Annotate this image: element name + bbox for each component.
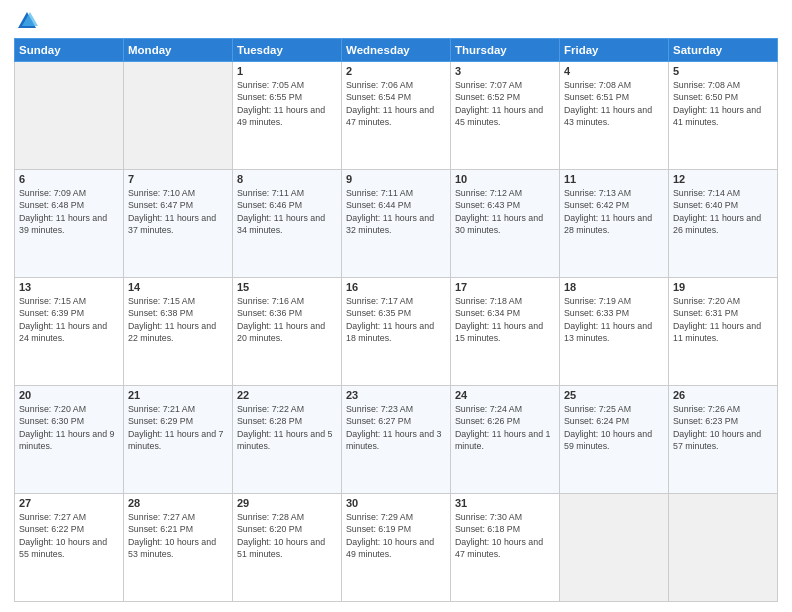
calendar-week-row: 13Sunrise: 7:15 AM Sunset: 6:39 PM Dayli… bbox=[15, 278, 778, 386]
calendar-cell: 6Sunrise: 7:09 AM Sunset: 6:48 PM Daylig… bbox=[15, 170, 124, 278]
day-info: Sunrise: 7:26 AM Sunset: 6:23 PM Dayligh… bbox=[673, 403, 773, 452]
calendar-week-row: 6Sunrise: 7:09 AM Sunset: 6:48 PM Daylig… bbox=[15, 170, 778, 278]
day-number: 3 bbox=[455, 65, 555, 77]
day-number: 28 bbox=[128, 497, 228, 509]
day-info: Sunrise: 7:20 AM Sunset: 6:31 PM Dayligh… bbox=[673, 295, 773, 344]
day-number: 19 bbox=[673, 281, 773, 293]
calendar-cell bbox=[669, 494, 778, 602]
day-info: Sunrise: 7:20 AM Sunset: 6:30 PM Dayligh… bbox=[19, 403, 119, 452]
calendar-header-row: SundayMondayTuesdayWednesdayThursdayFrid… bbox=[15, 39, 778, 62]
day-number: 29 bbox=[237, 497, 337, 509]
calendar-cell: 29Sunrise: 7:28 AM Sunset: 6:20 PM Dayli… bbox=[233, 494, 342, 602]
day-info: Sunrise: 7:11 AM Sunset: 6:44 PM Dayligh… bbox=[346, 187, 446, 236]
day-info: Sunrise: 7:17 AM Sunset: 6:35 PM Dayligh… bbox=[346, 295, 446, 344]
day-of-week-header: Wednesday bbox=[342, 39, 451, 62]
day-number: 31 bbox=[455, 497, 555, 509]
day-info: Sunrise: 7:15 AM Sunset: 6:38 PM Dayligh… bbox=[128, 295, 228, 344]
day-number: 13 bbox=[19, 281, 119, 293]
day-number: 25 bbox=[564, 389, 664, 401]
calendar-cell: 1Sunrise: 7:05 AM Sunset: 6:55 PM Daylig… bbox=[233, 62, 342, 170]
day-number: 14 bbox=[128, 281, 228, 293]
day-of-week-header: Sunday bbox=[15, 39, 124, 62]
calendar-cell: 25Sunrise: 7:25 AM Sunset: 6:24 PM Dayli… bbox=[560, 386, 669, 494]
day-info: Sunrise: 7:09 AM Sunset: 6:48 PM Dayligh… bbox=[19, 187, 119, 236]
calendar-cell: 11Sunrise: 7:13 AM Sunset: 6:42 PM Dayli… bbox=[560, 170, 669, 278]
day-info: Sunrise: 7:05 AM Sunset: 6:55 PM Dayligh… bbox=[237, 79, 337, 128]
calendar-cell bbox=[560, 494, 669, 602]
calendar-cell: 30Sunrise: 7:29 AM Sunset: 6:19 PM Dayli… bbox=[342, 494, 451, 602]
day-number: 27 bbox=[19, 497, 119, 509]
calendar-cell: 21Sunrise: 7:21 AM Sunset: 6:29 PM Dayli… bbox=[124, 386, 233, 494]
calendar-cell: 7Sunrise: 7:10 AM Sunset: 6:47 PM Daylig… bbox=[124, 170, 233, 278]
calendar-week-row: 1Sunrise: 7:05 AM Sunset: 6:55 PM Daylig… bbox=[15, 62, 778, 170]
day-info: Sunrise: 7:12 AM Sunset: 6:43 PM Dayligh… bbox=[455, 187, 555, 236]
calendar-cell: 10Sunrise: 7:12 AM Sunset: 6:43 PM Dayli… bbox=[451, 170, 560, 278]
calendar-cell: 2Sunrise: 7:06 AM Sunset: 6:54 PM Daylig… bbox=[342, 62, 451, 170]
calendar-cell bbox=[15, 62, 124, 170]
day-number: 22 bbox=[237, 389, 337, 401]
day-number: 20 bbox=[19, 389, 119, 401]
day-info: Sunrise: 7:30 AM Sunset: 6:18 PM Dayligh… bbox=[455, 511, 555, 560]
calendar-cell: 8Sunrise: 7:11 AM Sunset: 6:46 PM Daylig… bbox=[233, 170, 342, 278]
day-info: Sunrise: 7:06 AM Sunset: 6:54 PM Dayligh… bbox=[346, 79, 446, 128]
day-info: Sunrise: 7:07 AM Sunset: 6:52 PM Dayligh… bbox=[455, 79, 555, 128]
day-number: 17 bbox=[455, 281, 555, 293]
day-info: Sunrise: 7:10 AM Sunset: 6:47 PM Dayligh… bbox=[128, 187, 228, 236]
calendar-cell: 19Sunrise: 7:20 AM Sunset: 6:31 PM Dayli… bbox=[669, 278, 778, 386]
calendar-cell: 31Sunrise: 7:30 AM Sunset: 6:18 PM Dayli… bbox=[451, 494, 560, 602]
calendar-cell: 4Sunrise: 7:08 AM Sunset: 6:51 PM Daylig… bbox=[560, 62, 669, 170]
calendar-cell: 14Sunrise: 7:15 AM Sunset: 6:38 PM Dayli… bbox=[124, 278, 233, 386]
calendar-cell: 22Sunrise: 7:22 AM Sunset: 6:28 PM Dayli… bbox=[233, 386, 342, 494]
calendar-cell: 26Sunrise: 7:26 AM Sunset: 6:23 PM Dayli… bbox=[669, 386, 778, 494]
day-of-week-header: Friday bbox=[560, 39, 669, 62]
calendar-table: SundayMondayTuesdayWednesdayThursdayFrid… bbox=[14, 38, 778, 602]
day-info: Sunrise: 7:13 AM Sunset: 6:42 PM Dayligh… bbox=[564, 187, 664, 236]
day-info: Sunrise: 7:15 AM Sunset: 6:39 PM Dayligh… bbox=[19, 295, 119, 344]
calendar-cell: 20Sunrise: 7:20 AM Sunset: 6:30 PM Dayli… bbox=[15, 386, 124, 494]
day-number: 8 bbox=[237, 173, 337, 185]
day-of-week-header: Tuesday bbox=[233, 39, 342, 62]
day-number: 21 bbox=[128, 389, 228, 401]
header bbox=[14, 10, 778, 32]
day-number: 7 bbox=[128, 173, 228, 185]
day-number: 18 bbox=[564, 281, 664, 293]
day-of-week-header: Saturday bbox=[669, 39, 778, 62]
day-info: Sunrise: 7:27 AM Sunset: 6:21 PM Dayligh… bbox=[128, 511, 228, 560]
day-number: 9 bbox=[346, 173, 446, 185]
day-number: 6 bbox=[19, 173, 119, 185]
calendar-cell: 18Sunrise: 7:19 AM Sunset: 6:33 PM Dayli… bbox=[560, 278, 669, 386]
calendar-cell: 23Sunrise: 7:23 AM Sunset: 6:27 PM Dayli… bbox=[342, 386, 451, 494]
calendar-week-row: 20Sunrise: 7:20 AM Sunset: 6:30 PM Dayli… bbox=[15, 386, 778, 494]
calendar-cell: 27Sunrise: 7:27 AM Sunset: 6:22 PM Dayli… bbox=[15, 494, 124, 602]
calendar-cell: 17Sunrise: 7:18 AM Sunset: 6:34 PM Dayli… bbox=[451, 278, 560, 386]
day-number: 10 bbox=[455, 173, 555, 185]
calendar-cell: 12Sunrise: 7:14 AM Sunset: 6:40 PM Dayli… bbox=[669, 170, 778, 278]
day-number: 24 bbox=[455, 389, 555, 401]
day-number: 26 bbox=[673, 389, 773, 401]
day-number: 2 bbox=[346, 65, 446, 77]
logo-icon bbox=[16, 10, 38, 32]
calendar-cell: 28Sunrise: 7:27 AM Sunset: 6:21 PM Dayli… bbox=[124, 494, 233, 602]
day-info: Sunrise: 7:19 AM Sunset: 6:33 PM Dayligh… bbox=[564, 295, 664, 344]
calendar-cell bbox=[124, 62, 233, 170]
day-number: 23 bbox=[346, 389, 446, 401]
calendar-cell: 16Sunrise: 7:17 AM Sunset: 6:35 PM Dayli… bbox=[342, 278, 451, 386]
calendar-cell: 13Sunrise: 7:15 AM Sunset: 6:39 PM Dayli… bbox=[15, 278, 124, 386]
day-info: Sunrise: 7:29 AM Sunset: 6:19 PM Dayligh… bbox=[346, 511, 446, 560]
day-of-week-header: Monday bbox=[124, 39, 233, 62]
calendar-cell: 15Sunrise: 7:16 AM Sunset: 6:36 PM Dayli… bbox=[233, 278, 342, 386]
day-info: Sunrise: 7:22 AM Sunset: 6:28 PM Dayligh… bbox=[237, 403, 337, 452]
day-info: Sunrise: 7:21 AM Sunset: 6:29 PM Dayligh… bbox=[128, 403, 228, 452]
day-info: Sunrise: 7:25 AM Sunset: 6:24 PM Dayligh… bbox=[564, 403, 664, 452]
day-number: 1 bbox=[237, 65, 337, 77]
calendar-cell: 9Sunrise: 7:11 AM Sunset: 6:44 PM Daylig… bbox=[342, 170, 451, 278]
day-info: Sunrise: 7:14 AM Sunset: 6:40 PM Dayligh… bbox=[673, 187, 773, 236]
day-info: Sunrise: 7:16 AM Sunset: 6:36 PM Dayligh… bbox=[237, 295, 337, 344]
day-info: Sunrise: 7:18 AM Sunset: 6:34 PM Dayligh… bbox=[455, 295, 555, 344]
day-number: 15 bbox=[237, 281, 337, 293]
logo bbox=[14, 10, 38, 32]
day-number: 30 bbox=[346, 497, 446, 509]
day-number: 4 bbox=[564, 65, 664, 77]
day-number: 5 bbox=[673, 65, 773, 77]
day-info: Sunrise: 7:11 AM Sunset: 6:46 PM Dayligh… bbox=[237, 187, 337, 236]
